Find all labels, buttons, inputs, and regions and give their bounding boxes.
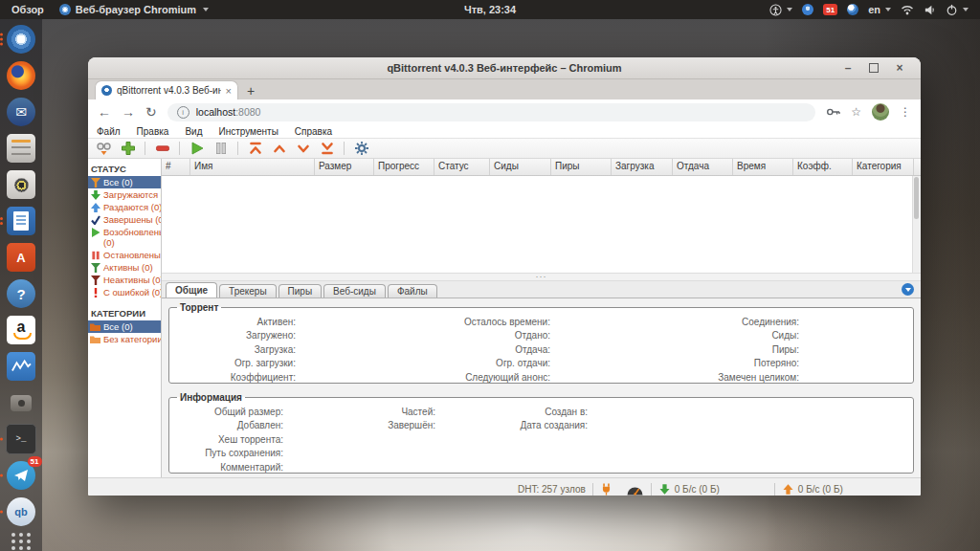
column-header[interactable]: Статус bbox=[434, 159, 490, 175]
column-header[interactable]: Коэфф. bbox=[793, 159, 853, 175]
collapse-panel-button[interactable] bbox=[902, 283, 914, 296]
connection-status-button[interactable] bbox=[600, 482, 612, 496]
filter-seeding[interactable]: Раздаются (0) bbox=[88, 201, 161, 213]
keyboard-layout-menu[interactable]: en bbox=[868, 4, 891, 15]
menu-file[interactable]: Файл bbox=[97, 126, 121, 137]
dock-telegram[interactable]: 51 bbox=[6, 460, 37, 491]
chevron-down-icon bbox=[787, 8, 792, 11]
dock-file-cabinet[interactable] bbox=[6, 133, 37, 164]
dock-libreoffice-writer[interactable] bbox=[6, 206, 37, 236]
tray-app-icon[interactable] bbox=[847, 4, 858, 15]
dock-terminal[interactable]: >_ bbox=[6, 424, 37, 454]
menu-help[interactable]: Справка bbox=[295, 126, 332, 137]
add-torrent-file-button[interactable] bbox=[119, 141, 137, 157]
dock-amazon[interactable]: a bbox=[6, 315, 37, 345]
browser-menu-icon[interactable]: ⋮ bbox=[900, 105, 911, 119]
maximize-button[interactable] bbox=[868, 62, 880, 74]
power-menu[interactable] bbox=[946, 4, 969, 16]
options-button[interactable] bbox=[352, 141, 370, 157]
category-all[interactable]: Все (0) bbox=[88, 320, 161, 333]
app-menu[interactable]: Веб-браузер Chromium bbox=[59, 4, 209, 15]
category-uncategorized[interactable]: Без категории (0) bbox=[88, 333, 161, 345]
site-info-icon[interactable]: i bbox=[177, 106, 189, 119]
menu-edit[interactable]: Правка bbox=[137, 126, 169, 137]
column-header[interactable]: # bbox=[162, 159, 190, 175]
torrent-table-body[interactable] bbox=[162, 176, 921, 273]
minimize-button[interactable]: – bbox=[842, 62, 854, 74]
dock-music[interactable] bbox=[6, 169, 37, 200]
filter-all[interactable]: Все (0) bbox=[88, 176, 161, 188]
menu-view[interactable]: Вид bbox=[185, 126, 202, 137]
resume-button[interactable] bbox=[188, 141, 206, 157]
window-titlebar[interactable]: qBittorrent v4.0.3 Веб-интерфейс – Chrom… bbox=[88, 57, 921, 79]
menu-tools[interactable]: Инструменты bbox=[218, 126, 278, 137]
volume-icon[interactable] bbox=[924, 4, 936, 16]
profile-avatar[interactable] bbox=[872, 103, 889, 121]
detail-tab-peers[interactable]: Пиры bbox=[278, 284, 323, 298]
dock-chromium[interactable] bbox=[6, 24, 37, 55]
column-header[interactable]: Прогресс bbox=[374, 159, 434, 175]
detail-tab-trackers[interactable]: Трекеры bbox=[219, 284, 276, 298]
download-speed[interactable]: 0 Б/с (0 Б) bbox=[658, 483, 720, 496]
new-tab-button[interactable]: + bbox=[238, 81, 263, 99]
add-torrent-link-button[interactable] bbox=[95, 141, 113, 157]
dock-software-install[interactable]: A bbox=[6, 242, 37, 273]
filter-paused[interactable]: Остановлены (0) bbox=[88, 249, 161, 261]
dock-mail[interactable]: ✉ bbox=[6, 97, 37, 127]
move-bottom-button[interactable] bbox=[318, 141, 336, 157]
category-label: Все (0) bbox=[103, 321, 133, 332]
filter-active[interactable]: Активны (0) bbox=[88, 261, 161, 274]
column-header[interactable]: Время bbox=[733, 159, 793, 175]
scrollbar-thumb[interactable] bbox=[914, 177, 919, 219]
delete-torrent-button[interactable] bbox=[153, 141, 171, 157]
column-header[interactable]: Категория bbox=[853, 159, 914, 175]
filter-errored[interactable]: С ошибкой (0) bbox=[88, 286, 161, 298]
dock-system-monitor[interactable] bbox=[6, 351, 37, 382]
url-host: localhost bbox=[196, 106, 235, 118]
back-button[interactable]: ← bbox=[98, 105, 111, 119]
move-up-button[interactable] bbox=[270, 141, 288, 157]
notification-badge[interactable]: 51 bbox=[823, 4, 837, 15]
detail-tab-general[interactable]: Общие bbox=[166, 282, 217, 298]
tab-close-icon[interactable]: × bbox=[226, 85, 232, 97]
upload-speed[interactable]: 0 Б/с (0 Б) bbox=[782, 483, 843, 496]
activities-button[interactable]: Обзор bbox=[11, 4, 44, 15]
dock-app[interactable] bbox=[6, 387, 37, 418]
move-top-button[interactable] bbox=[246, 141, 264, 157]
move-down-button[interactable] bbox=[294, 141, 312, 157]
column-header[interactable]: Пиры bbox=[551, 159, 612, 175]
column-header[interactable]: Отдача bbox=[673, 159, 733, 175]
filter-resumed[interactable]: Возобновлены (0) bbox=[88, 226, 161, 249]
filter-inactive[interactable]: Неактивны (0) bbox=[88, 274, 161, 286]
wifi-icon[interactable] bbox=[901, 4, 914, 16]
qbittorrent-tray-icon[interactable] bbox=[802, 4, 813, 15]
column-header[interactable]: Размер bbox=[315, 159, 374, 175]
window-title: qBittorrent v4.0.3 Веб-интерфейс – Chrom… bbox=[387, 62, 621, 74]
bookmark-star-icon[interactable]: ☆ bbox=[851, 105, 861, 119]
dock-qbittorrent[interactable]: qb bbox=[6, 496, 37, 527]
reload-button[interactable]: ↻ bbox=[145, 105, 157, 119]
chevron-down-icon bbox=[203, 8, 209, 11]
column-header[interactable]: Имя bbox=[190, 159, 315, 175]
dock-help[interactable]: ? bbox=[6, 278, 37, 309]
forward-button[interactable]: → bbox=[122, 105, 135, 119]
detail-tab-webseeds[interactable]: Веб-сиды bbox=[323, 284, 386, 298]
column-header[interactable]: Загрузка bbox=[612, 159, 673, 175]
panel-splitter[interactable]: ··· bbox=[162, 273, 921, 281]
show-applications-button[interactable] bbox=[11, 533, 32, 550]
dock-firefox[interactable] bbox=[6, 60, 37, 91]
filter-completed[interactable]: Завершены (0) bbox=[88, 213, 161, 226]
column-header[interactable]: Сиды bbox=[490, 159, 551, 175]
browser-tab[interactable]: qBittorrent v4.0.3 Веб-ин × bbox=[95, 80, 238, 99]
table-scrollbar[interactable] bbox=[912, 176, 921, 273]
accessibility-menu[interactable] bbox=[769, 4, 792, 16]
alt-speed-limits-button[interactable] bbox=[626, 483, 644, 496]
clock[interactable]: Чтв, 23:34 bbox=[464, 4, 516, 15]
pause-button[interactable] bbox=[212, 141, 230, 157]
key-icon[interactable] bbox=[826, 106, 840, 118]
address-bar[interactable]: i localhost:8080 bbox=[167, 103, 816, 121]
close-button[interactable]: × bbox=[894, 62, 905, 74]
filter-downloading[interactable]: Загружаются (0) bbox=[88, 188, 161, 201]
detail-tab-files[interactable]: Файлы bbox=[388, 284, 437, 298]
filter-label: С ошибкой (0) bbox=[103, 287, 162, 298]
